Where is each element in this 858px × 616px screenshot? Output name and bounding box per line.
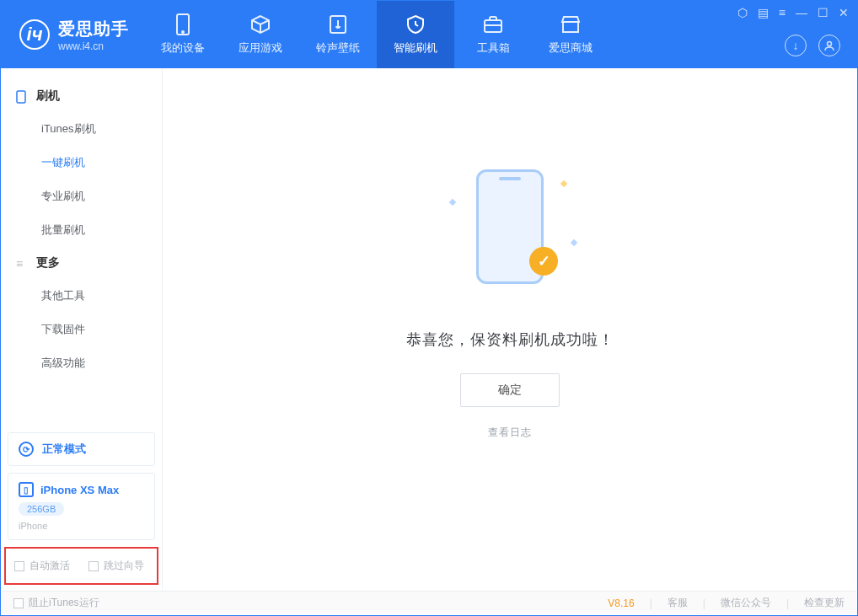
tab-label: 铃声壁纸 — [316, 40, 360, 56]
phone-icon — [16, 90, 28, 102]
tab-ringtones[interactable]: 铃声壁纸 — [299, 1, 377, 68]
checkbox-skip-guide[interactable]: 跳过向导 — [88, 559, 144, 573]
app-name: 爱思助手 — [58, 18, 129, 40]
list-icon[interactable]: ≡ — [779, 6, 786, 19]
checkbox-icon — [13, 598, 24, 608]
app-url: www.i4.cn — [58, 40, 129, 52]
logo: iч 爱思助手 www.i4.cn — [1, 1, 144, 68]
tab-my-device[interactable]: 我的设备 — [144, 1, 222, 68]
svg-rect-5 — [17, 91, 25, 103]
checkbox-icon — [14, 561, 24, 571]
wechat-link[interactable]: 微信公众号 — [721, 596, 771, 610]
device-type: iPhone — [19, 521, 47, 531]
list-icon: ≡ — [16, 257, 28, 269]
user-icon[interactable] — [818, 35, 840, 56]
close-button[interactable]: ✕ — [839, 6, 849, 19]
window-controls: ⬡ ▤ ≡ — ☐ ✕ — [737, 6, 849, 19]
svg-point-1 — [182, 31, 184, 33]
toolbox-icon — [482, 13, 504, 35]
version-label: V8.16 — [608, 597, 634, 609]
nav-tabs: 我的设备 应用游戏 铃声壁纸 智能刷机 工具箱 爱思商城 — [144, 1, 609, 68]
header-right-icons: ↓ — [785, 35, 840, 56]
checkmark-badge-icon: ✓ — [529, 247, 558, 276]
sidebar-item-other-tools[interactable]: 其他工具 — [1, 279, 162, 313]
maximize-button[interactable]: ☐ — [818, 6, 829, 19]
shield-icon — [405, 13, 426, 35]
main-content: ✓ 恭喜您，保资料刷机成功啦！ 确定 查看日志 — [163, 68, 857, 592]
cube-icon — [249, 13, 271, 35]
tab-store[interactable]: 爱思商城 — [532, 1, 609, 68]
menu-icon[interactable]: ▤ — [758, 6, 769, 19]
checkbox-block-itunes[interactable]: 阻止iTunes运行 — [13, 596, 99, 610]
sidebar-item-pro-flash[interactable]: 专业刷机 — [1, 179, 162, 213]
sidebar-group-flash: 刷机 — [1, 80, 162, 112]
tab-toolbox[interactable]: 工具箱 — [454, 1, 532, 68]
sidebar: 刷机 iTunes刷机 一键刷机 专业刷机 批量刷机 ≡ 更多 其他工具 下载固… — [1, 68, 163, 592]
tab-label: 爱思商城 — [549, 40, 593, 56]
logo-text: 爱思助手 www.i4.cn — [58, 18, 129, 52]
music-icon — [327, 13, 349, 35]
capacity-badge: 256GB — [19, 502, 64, 516]
sidebar-group-more: ≡ 更多 — [1, 247, 162, 279]
minimize-button[interactable]: — — [796, 6, 807, 19]
tab-label: 工具箱 — [477, 40, 510, 56]
success-illustration: ✓ — [455, 169, 565, 304]
sidebar-item-advanced[interactable]: 高级功能 — [1, 346, 162, 380]
check-update-link[interactable]: 检查更新 — [804, 596, 845, 610]
view-log-link[interactable]: 查看日志 — [488, 426, 532, 440]
sidebar-item-batch-flash[interactable]: 批量刷机 — [1, 213, 162, 247]
group-title: 刷机 — [36, 88, 60, 104]
tab-smart-flash[interactable]: 智能刷机 — [377, 1, 454, 68]
shirt-icon[interactable]: ⬡ — [737, 6, 748, 19]
app-header: iч 爱思助手 www.i4.cn 我的设备 应用游戏 铃声壁纸 智能刷机 工具… — [1, 1, 857, 68]
tab-label: 我的设备 — [161, 40, 205, 56]
sidebar-item-download-firmware[interactable]: 下载固件 — [1, 313, 162, 346]
group-title: 更多 — [36, 255, 60, 271]
logo-icon: iч — [19, 19, 50, 50]
store-icon — [560, 13, 582, 35]
refresh-icon: ⟳ — [19, 442, 34, 457]
checkbox-icon — [88, 561, 99, 571]
device-name: iPhone XS Max — [40, 484, 119, 496]
download-icon[interactable]: ↓ — [785, 35, 807, 56]
status-bar: 阻止iTunes运行 V8.16 | 客服 | 微信公众号 | 检查更新 — [2, 591, 856, 614]
ok-button[interactable]: 确定 — [460, 373, 560, 407]
checkbox-auto-activate[interactable]: 自动激活 — [14, 559, 70, 573]
tab-label: 智能刷机 — [394, 40, 437, 56]
mode-card[interactable]: ⟳ 正常模式 — [8, 432, 155, 466]
sidebar-item-oneclick-flash[interactable]: 一键刷机 — [1, 146, 162, 179]
tab-apps-games[interactable]: 应用游戏 — [222, 1, 299, 68]
tab-label: 应用游戏 — [239, 40, 282, 56]
highlighted-options: 自动激活 跳过向导 — [4, 547, 158, 585]
svg-point-4 — [828, 42, 832, 46]
mode-label: 正常模式 — [42, 442, 86, 457]
sidebar-item-itunes-flash[interactable]: iTunes刷机 — [1, 112, 162, 146]
customer-service-link[interactable]: 客服 — [668, 596, 688, 610]
device-card[interactable]: ▯ iPhone XS Max 256GB iPhone — [8, 473, 155, 540]
phone-icon: ▯ — [19, 482, 34, 497]
success-message: 恭喜您，保资料刷机成功啦！ — [406, 329, 614, 350]
device-icon — [172, 13, 194, 35]
